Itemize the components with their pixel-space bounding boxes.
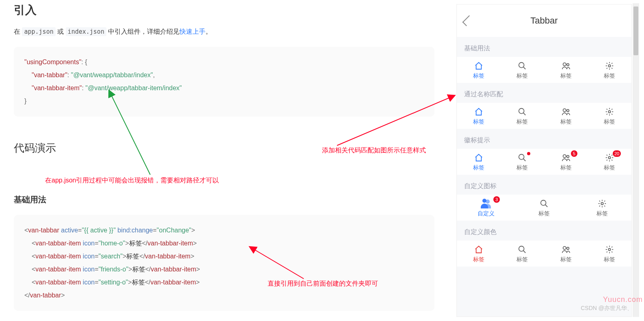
- svg-point-12: [609, 111, 611, 113]
- tab-home[interactable]: 标签: [457, 241, 501, 267]
- section-badge: 徽标提示: [457, 129, 631, 149]
- tabbar-name-match: 标签 标签 标签 标签: [457, 103, 631, 129]
- gear-icon: [605, 107, 614, 117]
- svg-point-20: [601, 202, 604, 205]
- tab-setting[interactable]: 20标签: [588, 149, 632, 175]
- svg-point-3: [519, 63, 524, 68]
- gear-icon: [605, 245, 614, 254]
- tab-home[interactable]: 标签: [457, 103, 501, 129]
- svg-point-24: [567, 247, 569, 250]
- section-custom-color: 自定义颜色: [457, 221, 631, 241]
- home-icon: [474, 107, 484, 117]
- svg-point-5: [563, 63, 566, 66]
- tab-friends[interactable]: 5标签: [544, 149, 588, 175]
- svg-point-13: [519, 154, 524, 160]
- svg-point-6: [567, 64, 569, 66]
- tab-home[interactable]: 标签: [457, 57, 501, 83]
- json-code-block: "usingComponents": { "van-tabbar": "@van…: [14, 47, 434, 117]
- intro-paragraph: 在 app.json 或 index.json 中引入组件，详细介绍见快速上手。: [14, 28, 434, 36]
- svg-line-4: [523, 67, 526, 69]
- badge-20: 20: [613, 150, 621, 157]
- wxml-code-block: <van-tabbar active="{{ active }}" bind:c…: [14, 215, 434, 311]
- svg-point-21: [519, 246, 524, 252]
- scrollbar-track[interactable]: [633, 3, 639, 317]
- friends-icon: [561, 245, 571, 254]
- friends-icon: [561, 61, 571, 71]
- badge-3: 3: [493, 196, 500, 203]
- tab-setting[interactable]: 标签: [573, 195, 631, 221]
- svg-point-23: [563, 247, 566, 249]
- section-name-match: 通过名称匹配: [457, 83, 631, 103]
- search-icon: [517, 245, 527, 254]
- home-icon: [474, 245, 484, 254]
- section-basic: 基础用法: [457, 37, 631, 57]
- mobile-preview: Tabbar 基础用法 标签 标签 标签 标签 通过名称匹配 标签 标签 标签 …: [456, 4, 632, 317]
- watermark-csdn: CSDN @亦世凡华、: [581, 305, 633, 312]
- gear-icon: [597, 199, 607, 208]
- heading-basic-usage: 基础用法: [14, 194, 434, 205]
- watermark-yuucn: Yuucn.com: [603, 295, 643, 304]
- svg-point-17: [609, 156, 611, 159]
- tab-setting[interactable]: 标签: [588, 241, 632, 267]
- code-app-json: app.json: [22, 27, 55, 36]
- annotation-add-code: 添加相关代码匹配如图所示任意样式: [322, 146, 426, 155]
- svg-line-9: [523, 113, 526, 115]
- svg-point-18: [541, 200, 546, 206]
- tab-search[interactable]: 标签: [501, 57, 545, 83]
- svg-line-14: [523, 159, 526, 161]
- home-icon: [474, 153, 484, 163]
- tab-search[interactable]: 标签: [501, 241, 545, 267]
- svg-point-10: [563, 109, 566, 112]
- annotation-folder: 直接引用到自己前面创建的文件夹即可: [268, 280, 378, 288]
- search-icon: [539, 199, 549, 208]
- tab-friends[interactable]: 标签: [544, 241, 588, 267]
- badge-dot: [527, 152, 530, 155]
- svg-point-7: [609, 65, 611, 67]
- tabbar-custom-color: 标签 标签 标签 标签: [457, 241, 631, 267]
- friends-icon: [561, 107, 571, 117]
- friends-icon: [561, 153, 571, 163]
- badge-5: 5: [571, 150, 577, 157]
- gear-icon: [605, 61, 614, 71]
- documentation-column: 引入 在 app.json 或 index.json 中引入组件，详细介绍见快速…: [0, 0, 443, 311]
- tab-search[interactable]: 标签: [515, 195, 573, 221]
- svg-line-22: [523, 251, 526, 253]
- heading-import: 引入: [14, 2, 434, 18]
- tabbar-basic: 标签 标签 标签 标签: [457, 57, 631, 83]
- tab-home[interactable]: 标签: [457, 149, 501, 175]
- tabbar-badge: 标签 标签 5标签 20标签: [457, 149, 631, 175]
- tab-search[interactable]: 标签: [501, 149, 545, 175]
- home-icon: [474, 61, 484, 71]
- svg-point-25: [609, 248, 611, 251]
- tabbar-custom-icon: 3 自定义 标签 标签: [457, 195, 631, 221]
- search-icon: [517, 61, 527, 71]
- tab-friends[interactable]: 标签: [544, 103, 588, 129]
- tab-custom[interactable]: 3 自定义: [457, 195, 515, 221]
- scrollbar-thumb[interactable]: [633, 7, 638, 55]
- svg-point-15: [563, 155, 566, 158]
- tab-setting[interactable]: 标签: [588, 57, 632, 83]
- quick-start-link[interactable]: 快速上手: [179, 28, 205, 35]
- svg-point-16: [567, 156, 569, 158]
- code-index-json: index.json: [66, 27, 106, 36]
- section-custom-icon: 自定义图标: [457, 175, 631, 195]
- annotation-path-error: 在app.json引用过程中可能会出现报错，需要相对路径才可以: [45, 176, 219, 185]
- svg-point-8: [519, 108, 524, 114]
- svg-point-11: [567, 110, 569, 112]
- preview-title: Tabbar: [457, 15, 631, 26]
- custom-people-icon: [481, 199, 491, 208]
- svg-line-19: [545, 205, 548, 207]
- preview-header: Tabbar: [457, 4, 631, 37]
- tab-friends[interactable]: 标签: [544, 57, 588, 83]
- search-icon: [517, 107, 527, 117]
- search-icon: [517, 153, 527, 163]
- tab-search[interactable]: 标签: [501, 103, 545, 129]
- tab-setting[interactable]: 标签: [588, 103, 632, 129]
